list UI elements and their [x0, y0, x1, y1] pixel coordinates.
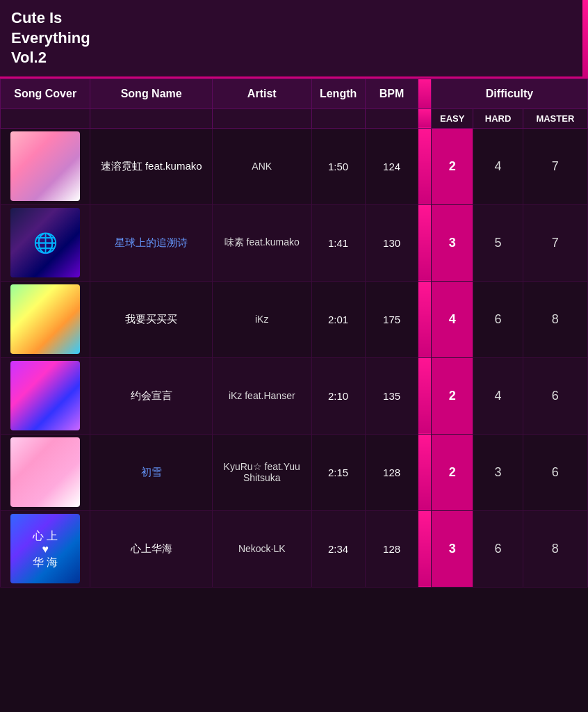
easy-score-cell: 2	[432, 434, 473, 510]
song-name-cell: 我要买买买	[90, 281, 213, 357]
col-header-length: Length	[311, 79, 365, 108]
song-name-cell: 速溶霓虹 feat.kumako	[90, 128, 213, 204]
bpm-cell: 175	[365, 281, 418, 357]
song-name-cell[interactable]: 星球上的追溯诗	[90, 204, 213, 281]
diff-easy-label: EASY	[432, 108, 473, 128]
artist-cell: Nekock·LK	[212, 510, 311, 587]
bpm-cell: 128	[365, 434, 418, 510]
master-score-cell: 6	[523, 357, 587, 434]
song-cover-cell	[1, 434, 90, 510]
diff-empty-5	[365, 108, 418, 128]
song-table: Song Cover Song Name Artist Length BPM D…	[0, 79, 588, 588]
pink-divider-row	[418, 128, 432, 204]
length-cell: 2:01	[311, 281, 365, 357]
diff-empty-4	[311, 108, 365, 128]
easy-score-cell: 3	[432, 204, 473, 281]
hard-score-cell: 4	[473, 128, 523, 204]
pink-divider-row	[418, 434, 432, 510]
easy-score-cell: 2	[432, 357, 473, 434]
title-bar: Cute Is Everything Vol.2	[0, 0, 588, 79]
bpm-cell: 135	[365, 357, 418, 434]
hard-score-cell: 6	[473, 281, 523, 357]
pink-divider-row	[418, 510, 432, 587]
length-cell: 2:34	[311, 510, 365, 587]
song-cover-cell: 🌐	[1, 204, 90, 281]
col-header-cover: Song Cover	[1, 79, 90, 108]
col-header-song-name: Song Name	[90, 79, 213, 108]
length-cell: 1:41	[311, 204, 365, 281]
diff-empty-3	[212, 108, 311, 128]
master-score-cell: 8	[523, 281, 587, 357]
pink-divider-row	[418, 357, 432, 434]
title-line1: Cute Is	[11, 9, 62, 26]
artist-cell: ANK	[212, 128, 311, 204]
artist-cell: KyuRu☆ feat.Yuu Shitsuka	[212, 434, 311, 510]
col-header-bpm: BPM	[365, 79, 418, 108]
title-line3: Vol.2	[11, 49, 47, 66]
diff-hard-label: HARD	[473, 108, 523, 128]
hard-score-cell: 3	[473, 434, 523, 510]
song-cover-cell	[1, 281, 90, 357]
artist-cell: 味素 feat.kumako	[212, 204, 311, 281]
length-cell: 2:15	[311, 434, 365, 510]
diff-master-label: MASTER	[523, 108, 587, 128]
pink-divider-row	[418, 204, 432, 281]
length-cell: 2:10	[311, 357, 365, 434]
pink-divider-header	[418, 79, 432, 108]
song-cover-cell: 心 上♥华 海	[1, 510, 90, 587]
bpm-cell: 128	[365, 510, 418, 587]
title-line2: Everything	[11, 29, 90, 47]
hard-score-cell: 4	[473, 357, 523, 434]
col-header-difficulty: Difficulty	[432, 79, 588, 108]
diff-empty-1	[1, 108, 90, 128]
song-name-cell: 心上华海	[90, 510, 213, 587]
easy-score-cell: 3	[432, 510, 473, 587]
table-body: 速溶霓虹 feat.kumakoANK1:50124247🌐星球上的追溯诗味素 …	[1, 128, 588, 587]
easy-score-cell: 4	[432, 281, 473, 357]
difficulty-subheader-row: EASY HARD MASTER	[1, 108, 588, 128]
master-score-cell: 7	[523, 128, 587, 204]
diff-empty-2	[90, 108, 213, 128]
table-row: 心 上♥华 海心上华海Nekock·LK2:34128368	[1, 510, 588, 587]
table-row: 约会宣言iKz feat.Hanser2:10135246	[1, 357, 588, 434]
pink-divider-subheader	[418, 108, 432, 128]
artist-cell: iKz	[212, 281, 311, 357]
master-score-cell: 6	[523, 434, 587, 510]
table-row: 速溶霓虹 feat.kumakoANK1:50124247	[1, 128, 588, 204]
hard-score-cell: 5	[473, 204, 523, 281]
bpm-cell: 124	[365, 128, 418, 204]
hard-score-cell: 6	[473, 510, 523, 587]
bpm-cell: 130	[365, 204, 418, 281]
col-header-artist: Artist	[212, 79, 311, 108]
table-row: 🌐星球上的追溯诗味素 feat.kumako1:41130357	[1, 204, 588, 281]
song-cover-cell	[1, 128, 90, 204]
easy-score-cell: 2	[432, 128, 473, 204]
table-header-row: Song Cover Song Name Artist Length BPM D…	[1, 79, 588, 108]
song-name-cell[interactable]: 初雪	[90, 434, 213, 510]
master-score-cell: 8	[523, 510, 587, 587]
master-score-cell: 7	[523, 204, 587, 281]
pink-divider-row	[418, 281, 432, 357]
table-row: 我要买买买iKz2:01175468	[1, 281, 588, 357]
artist-cell: iKz feat.Hanser	[212, 357, 311, 434]
length-cell: 1:50	[311, 128, 365, 204]
song-name-cell: 约会宣言	[90, 357, 213, 434]
song-cover-cell	[1, 357, 90, 434]
table-row: 初雪KyuRu☆ feat.Yuu Shitsuka2:15128236	[1, 434, 588, 510]
